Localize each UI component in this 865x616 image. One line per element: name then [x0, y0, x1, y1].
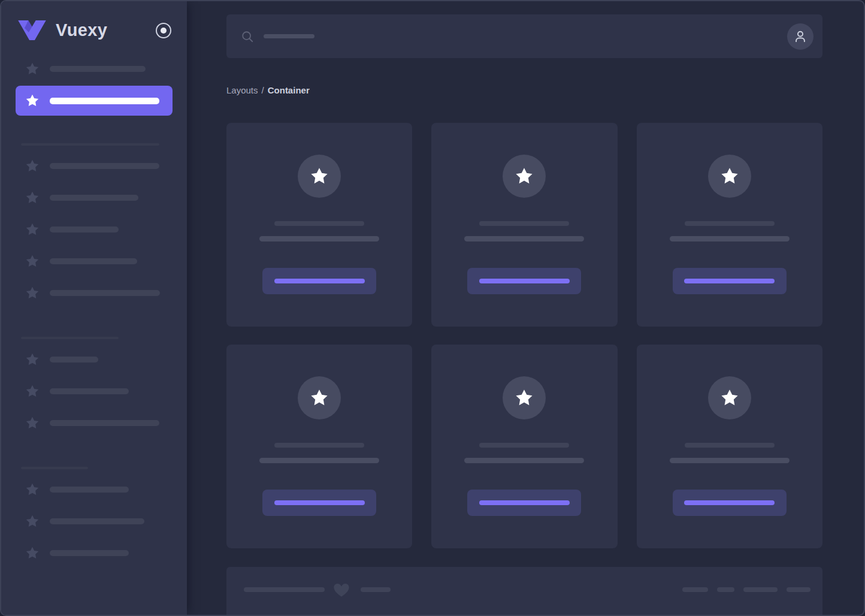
button-label-bar — [274, 279, 365, 283]
nav-item[interactable] — [1, 482, 187, 497]
star-icon — [25, 222, 40, 237]
brand-name: Vuexy — [56, 20, 107, 40]
button-label-bar — [684, 279, 775, 283]
footer-left-group — [244, 582, 391, 597]
button-label-bar — [479, 500, 570, 505]
button-label-bar — [479, 279, 570, 283]
button-label-bar — [684, 500, 775, 505]
breadcrumb-current: Container — [268, 85, 310, 95]
nav-item-label-bar — [50, 388, 129, 394]
sidebar: Vuexy — [1, 1, 187, 615]
placeholder-card — [637, 123, 822, 327]
nav-item[interactable] — [1, 222, 187, 237]
star-icon — [25, 93, 40, 108]
card-title-bar — [274, 221, 364, 226]
breadcrumb-separator: / — [262, 85, 264, 95]
card-title-bar — [685, 443, 775, 448]
card-action-button[interactable] — [262, 268, 376, 294]
star-icon — [310, 388, 329, 407]
card-action-button[interactable] — [673, 268, 787, 294]
footer-text-bar — [361, 587, 391, 592]
nav-item-label-bar — [50, 98, 159, 104]
nav-item[interactable] — [1, 546, 187, 560]
card-avatar-circle — [503, 155, 546, 198]
card-subtitle-bar — [259, 236, 379, 241]
card-avatar-circle — [298, 376, 341, 419]
breadcrumb: Layouts/Container — [226, 84, 822, 96]
card-title-bar — [685, 221, 775, 226]
app-window: Vuexy Layouts/Container — [0, 0, 865, 616]
nav-section-header-bar — [21, 467, 88, 469]
star-icon — [25, 191, 40, 205]
placeholder-card — [431, 345, 617, 548]
nav-item-label-bar — [50, 290, 160, 296]
nav-item[interactable] — [1, 384, 187, 398]
star-icon — [25, 416, 40, 430]
card-action-button[interactable] — [467, 490, 581, 516]
nav-item-label-bar — [50, 66, 146, 72]
card-subtitle-bar — [670, 458, 790, 463]
nav-item-label-bar — [50, 227, 119, 232]
card-avatar-circle — [708, 155, 751, 198]
footer-link-bar — [717, 587, 734, 592]
placeholder-card — [431, 123, 617, 327]
star-icon — [25, 352, 40, 367]
star-icon — [25, 62, 40, 76]
heart-icon — [333, 582, 350, 597]
user-avatar-button[interactable] — [787, 23, 813, 50]
nav-section-header-bar — [21, 143, 159, 146]
nav-item-label-bar — [50, 357, 98, 363]
card-subtitle-bar — [259, 458, 379, 463]
card-avatar-circle — [708, 376, 751, 419]
nav-item[interactable] — [1, 62, 187, 76]
star-icon — [25, 546, 40, 560]
nav-item-label-bar — [50, 163, 159, 169]
sidebar-menu — [1, 40, 187, 560]
card-title-bar — [479, 443, 569, 448]
breadcrumb-section[interactable]: Layouts — [226, 85, 258, 95]
footer-link-bar — [682, 587, 708, 592]
brand: Vuexy — [1, 1, 187, 40]
star-icon — [25, 286, 40, 300]
card-subtitle-bar — [464, 236, 584, 241]
star-icon — [25, 384, 40, 398]
nav-section-header-bar — [21, 337, 119, 339]
star-icon — [25, 254, 40, 268]
radio-circle-icon[interactable] — [156, 23, 171, 38]
star-icon — [25, 514, 40, 529]
card-subtitle-bar — [464, 458, 584, 463]
footer-link-bar — [787, 587, 810, 592]
card-avatar-circle — [298, 155, 341, 198]
nav-item[interactable] — [1, 159, 187, 173]
nav-item[interactable] — [1, 254, 187, 268]
nav-item-active[interactable] — [16, 86, 173, 116]
main-content: Layouts/Container — [187, 1, 864, 615]
nav-item-label-bar — [50, 420, 159, 426]
star-icon — [25, 159, 40, 173]
star-icon — [25, 482, 40, 497]
card-grid — [226, 123, 822, 548]
nav-item-label-bar — [50, 550, 129, 556]
search-bar[interactable] — [226, 14, 822, 58]
nav-item-label-bar — [50, 518, 144, 524]
footer-link-bar — [743, 587, 778, 592]
nav-item[interactable] — [1, 352, 187, 367]
star-icon — [515, 167, 534, 186]
nav-item[interactable] — [1, 191, 187, 205]
nav-item[interactable] — [1, 416, 187, 430]
card-action-button[interactable] — [262, 490, 376, 516]
nav-item[interactable] — [1, 286, 187, 300]
card-avatar-circle — [503, 376, 546, 419]
footer-text-bar — [244, 587, 325, 592]
card-action-button[interactable] — [467, 268, 581, 294]
vuexy-v-icon — [18, 20, 46, 40]
card-title-bar — [479, 221, 569, 226]
nav-item[interactable] — [1, 514, 187, 529]
star-icon — [720, 167, 739, 186]
card-action-button[interactable] — [673, 490, 787, 516]
button-label-bar — [274, 500, 365, 505]
placeholder-card — [226, 123, 412, 327]
star-icon — [720, 388, 739, 407]
footer-card — [226, 567, 822, 616]
radio-dot — [161, 28, 167, 34]
